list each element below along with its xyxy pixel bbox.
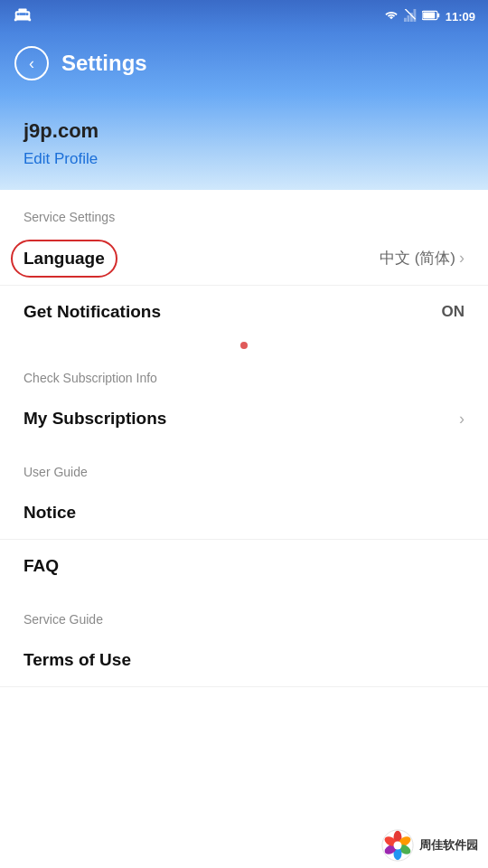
- settings-item-faq[interactable]: FAQ: [0, 540, 488, 592]
- notice-label: Notice: [23, 503, 76, 523]
- svg-rect-8: [407, 15, 409, 22]
- watermark-logo-icon: [381, 829, 414, 862]
- header: ‹ Settings: [0, 33, 488, 94]
- settings-item-language[interactable]: Language 中文 (简体) ›: [0, 231, 488, 286]
- svg-rect-14: [437, 13, 439, 17]
- subscriptions-chevron-icon: ›: [459, 410, 465, 429]
- svg-rect-6: [28, 18, 31, 21]
- settings-item-notifications[interactable]: Get Notifications ON: [0, 286, 488, 338]
- profile-section: j9p.com Edit Profile: [0, 94, 488, 190]
- section-label-user-guide: User Guide: [0, 445, 488, 486]
- svg-rect-13: [423, 12, 435, 18]
- page-title: Settings: [61, 51, 147, 76]
- notifications-value: ON: [442, 303, 465, 321]
- battery-icon: [422, 10, 440, 24]
- language-label: Language: [23, 249, 105, 268]
- svg-rect-4: [18, 8, 26, 12]
- language-value: 中文 (简体) ›: [380, 248, 465, 269]
- watermark: 周佳软件园: [371, 823, 488, 868]
- language-label-wrap: Language: [23, 249, 105, 269]
- faq-label: FAQ: [23, 556, 59, 576]
- dot-divider: [0, 338, 488, 351]
- svg-rect-0: [15, 11, 31, 20]
- notifications-label: Get Notifications: [23, 302, 161, 322]
- svg-rect-10: [413, 9, 416, 22]
- settings-item-notice[interactable]: Notice: [0, 486, 488, 540]
- svg-rect-1: [17, 13, 20, 15]
- subscriptions-label: My Subscriptions: [23, 409, 166, 429]
- terms-label: Terms of Use: [23, 650, 131, 670]
- settings-body: Service Settings Language 中文 (简体) › Get …: [0, 190, 488, 687]
- svg-rect-3: [19, 13, 25, 15]
- svg-rect-2: [26, 13, 29, 15]
- svg-rect-7: [404, 17, 407, 21]
- svg-rect-5: [14, 18, 17, 21]
- app-icon: [13, 5, 33, 29]
- status-icons: 11:09: [384, 9, 475, 24]
- section-label-subscription: Check Subscription Info: [0, 351, 488, 392]
- edit-profile-link[interactable]: Edit Profile: [23, 150, 98, 167]
- svg-point-22: [393, 842, 401, 850]
- section-label-service: Service Settings: [0, 190, 488, 231]
- back-icon: ‹: [29, 54, 34, 73]
- divider-dot: [240, 342, 248, 349]
- watermark-text: 周佳软件园: [419, 838, 478, 854]
- language-chevron-icon: ›: [459, 249, 465, 268]
- settings-item-subscriptions[interactable]: My Subscriptions ›: [0, 392, 488, 445]
- time-display: 11:09: [446, 10, 475, 24]
- settings-item-terms[interactable]: Terms of Use: [0, 634, 488, 687]
- status-bar: 11:09: [0, 0, 488, 33]
- back-button[interactable]: ‹: [14, 46, 49, 80]
- section-label-service-guide: Service Guide: [0, 592, 488, 634]
- wifi-icon: [384, 9, 399, 24]
- profile-username: j9p.com: [23, 119, 465, 143]
- signal-icon: [404, 9, 417, 24]
